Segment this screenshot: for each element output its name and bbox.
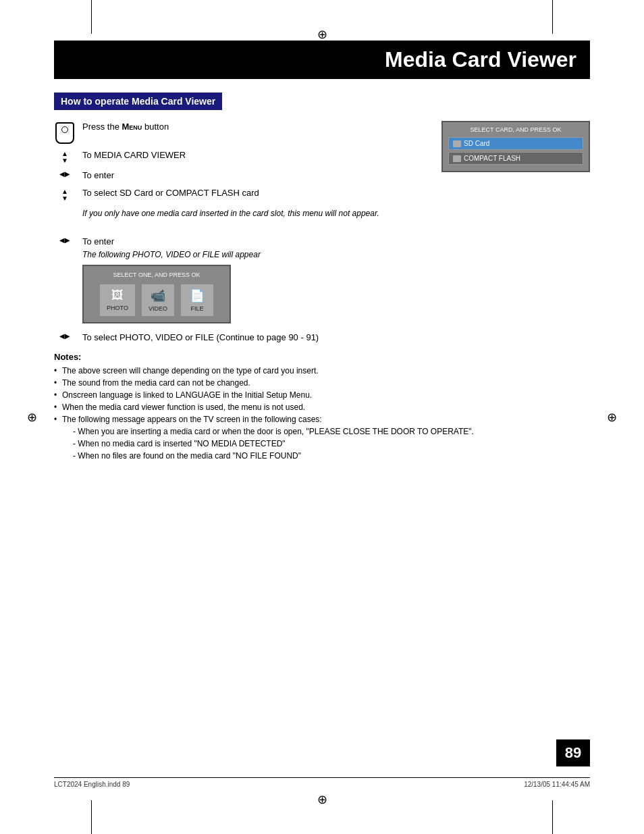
note-item-2: The sound from the media card can not be… <box>54 377 590 389</box>
crop-mark-top-right <box>552 0 553 34</box>
instruction-enter-1: ◀ ▶ To enter <box>54 170 428 182</box>
arrow-leftright-icon-3: ◀ ▶ <box>54 332 76 340</box>
instructions-column: Press the Menu button ▲ ▼ To MEDIA CARD … <box>54 121 428 225</box>
footer-right: 12/13/05 11:44:45 AM <box>524 781 590 788</box>
sub-note-1: When you are inserting a media card or w… <box>73 425 590 438</box>
file-icon-box: 📄 FILE <box>180 284 214 317</box>
sub-note-2: When no media card is inserted "NO MEDIA… <box>73 438 590 450</box>
notes-list: The above screen will change depending o… <box>54 365 590 462</box>
arrow-updown-icon-1: ▲ ▼ <box>54 149 76 164</box>
select-card-screen: SELECT CARD, AND PRESS OK SD Card COMPAC… <box>441 121 590 172</box>
italic-note-row: If you only have one media card inserted… <box>54 207 428 219</box>
media-type-icons-row: 🖼 PHOTO 📹 VIDEO 📄 FILE <box>89 284 224 317</box>
compact-flash-item: COMPACT FLASH <box>448 152 583 165</box>
instruction-menu-text: Press the Menu button <box>82 121 428 133</box>
crop-mark-bottom-right <box>552 800 553 834</box>
notes-section: Notes: The above screen will change depe… <box>54 352 590 462</box>
compact-flash-icon <box>453 155 461 162</box>
photo-icon: 🖼 <box>111 288 124 303</box>
screen-1-title: SELECT CARD, AND PRESS OK <box>448 126 583 133</box>
instruction-media-card-text: To MEDIA CARD VIEWER <box>82 149 428 161</box>
note-item-3: Onscreen language is linked to LANGUAGE … <box>54 389 590 401</box>
note-item-1: The above screen will change depending o… <box>54 365 590 377</box>
reg-mark-left: ⊕ <box>27 410 37 425</box>
arrow-leftright-icon-1: ◀ ▶ <box>54 170 76 178</box>
video-icon: 📹 <box>151 288 165 303</box>
instruction-media-card: ▲ ▼ To MEDIA CARD VIEWER <box>54 149 428 164</box>
instruction-menu: Press the Menu button <box>54 121 428 144</box>
footer: LCT2024 English.indd 89 12/13/05 11:44:4… <box>54 777 590 788</box>
page-title: Media Card Viewer <box>68 47 576 72</box>
compact-flash-label: COMPACT FLASH <box>464 155 520 162</box>
select-one-screen: SELECT ONE, AND PRESS OK 🖼 PHOTO 📹 VIDEO… <box>82 265 231 323</box>
sub-note-3: When no files are found on the media car… <box>73 450 590 462</box>
crop-mark-bottom-left <box>91 800 92 834</box>
screen-mockup-1: SELECT CARD, AND PRESS OK SD Card COMPAC… <box>441 121 590 225</box>
arrow-leftright-icon-2: ◀ ▶ <box>54 236 76 244</box>
instruction-enter-1-text: To enter <box>82 170 428 182</box>
page-container: ⊕ ⊕ ⊕ ⊕ Media Card Viewer How to operate… <box>0 0 644 834</box>
remote-icon <box>54 121 76 144</box>
main-content-area: Press the Menu button ▲ ▼ To MEDIA CARD … <box>54 121 590 225</box>
sd-card-item: SD Card <box>448 137 583 150</box>
crop-mark-top-left <box>91 0 92 34</box>
italic-note-text: If you only have one media card inserted… <box>82 207 428 219</box>
instruction-enter-2-row: ◀ ▶ To enter The following PHOTO, VIDEO … <box>54 236 590 260</box>
video-label: VIDEO <box>149 305 167 312</box>
instruction-select-type-text: To select PHOTO, VIDEO or FILE (Continue… <box>82 332 590 344</box>
notes-sub-list: When you are inserting a media card or w… <box>62 425 590 462</box>
section-heading: How to operate Media Card Viewer <box>54 93 222 110</box>
spacer-icon <box>54 207 76 209</box>
file-label: FILE <box>190 305 203 312</box>
note-item-4: When the media card viewer function is u… <box>54 401 590 413</box>
page-number-badge: 89 <box>556 739 590 766</box>
reg-mark-right: ⊕ <box>607 410 617 425</box>
notes-title: Notes: <box>54 352 590 362</box>
reg-mark-top: ⊕ <box>317 27 327 42</box>
arrow-updown-icon-2: ▲ ▼ <box>54 187 76 202</box>
video-icon-box: 📹 VIDEO <box>141 284 175 317</box>
footer-left: LCT2024 English.indd 89 <box>54 781 130 788</box>
screen-2-title: SELECT ONE, AND PRESS OK <box>89 271 224 278</box>
instruction-enter-2-text: To enter The following PHOTO, VIDEO or F… <box>82 236 590 260</box>
instruction-select-type-row: ◀ ▶ To select PHOTO, VIDEO or FILE (Cont… <box>54 332 590 344</box>
file-icon: 📄 <box>190 288 205 303</box>
instruction-select-card-text: To select SD Card or COMPACT FLASH card <box>82 187 428 199</box>
sd-card-label: SD Card <box>464 140 489 147</box>
instruction-select-card: ▲ ▼ To select SD Card or COMPACT FLASH c… <box>54 187 428 202</box>
page-title-bar: Media Card Viewer <box>54 41 590 79</box>
note-item-5: The following message appears on the TV … <box>54 413 590 462</box>
following-text: The following PHOTO, VIDEO or FILE will … <box>82 250 261 259</box>
reg-mark-bottom: ⊕ <box>317 792 327 807</box>
photo-icon-box: 🖼 PHOTO <box>99 284 136 317</box>
sd-card-icon <box>453 140 461 147</box>
photo-label: PHOTO <box>107 305 128 311</box>
